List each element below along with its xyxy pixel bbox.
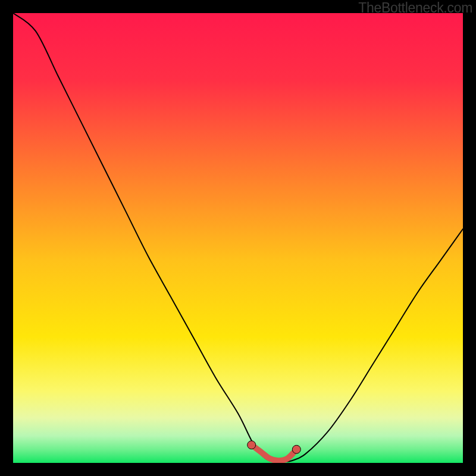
chart-frame: TheBottleneck.com xyxy=(0,0,476,476)
attribution-text: TheBottleneck.com xyxy=(358,0,472,16)
optimal-zone-endpoints xyxy=(248,441,301,454)
curve-overlay xyxy=(13,13,463,463)
optimal-zone-marker xyxy=(252,445,297,461)
marker-endpoint xyxy=(292,445,300,453)
marker-endpoint xyxy=(248,441,256,449)
plot-area xyxy=(13,13,463,463)
bottleneck-curve xyxy=(13,13,463,462)
